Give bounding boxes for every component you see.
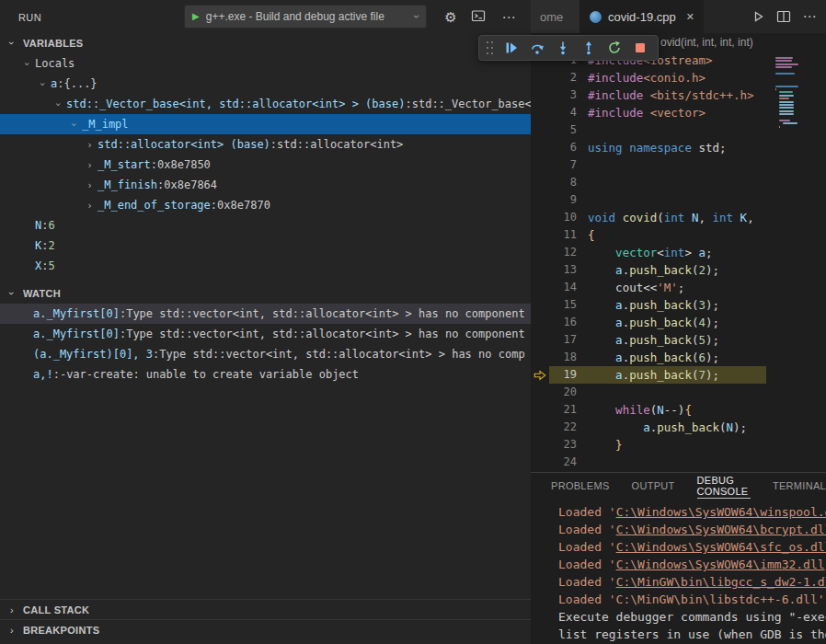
glyph-margin[interactable] bbox=[531, 156, 549, 174]
panel-tab-terminal[interactable]: TERMINAL bbox=[773, 473, 826, 499]
console-file-link[interactable]: C:\Windows\SysWOW64\imm32.dll bbox=[616, 558, 825, 571]
glyph-margin[interactable] bbox=[531, 436, 549, 454]
tab-covid-19-cpp[interactable]: covid-19.cpp ✕ bbox=[580, 0, 704, 33]
continue-button[interactable] bbox=[499, 37, 524, 59]
code-line[interactable]: 6using namespace std; bbox=[531, 139, 766, 156]
glyph-margin[interactable] bbox=[531, 331, 549, 349]
watch-row[interactable]: a,!: -var-create: unable to create varia… bbox=[0, 364, 531, 385]
section-header-breakpoints[interactable]: › BREAKPOINTS bbox=[0, 619, 531, 639]
section-header-watch[interactable]: › WATCH bbox=[0, 283, 531, 304]
separator: : bbox=[41, 219, 48, 232]
watch-row[interactable]: a._Myfirst[0]: Type std::vector<int, std… bbox=[0, 304, 531, 324]
console-file-link[interactable]: C:\Windows\SysWOW64\sfc_os.dll bbox=[616, 540, 826, 554]
code-line[interactable]: 8 bbox=[531, 174, 766, 191]
glyph-margin[interactable] bbox=[531, 384, 549, 401]
variable-row[interactable]: ›_M_end_of_storage: 0x8e7870 bbox=[0, 195, 531, 215]
settings-gear-button[interactable]: ⚙ bbox=[442, 8, 460, 27]
glyph-margin[interactable] bbox=[531, 174, 549, 191]
glyph-margin[interactable] bbox=[531, 226, 549, 244]
glyph-margin[interactable] bbox=[531, 191, 549, 209]
panel-tab-problems[interactable]: PROBLEMS bbox=[551, 473, 610, 499]
code-line[interactable]: 9 bbox=[531, 191, 766, 209]
code-line[interactable]: 4#include <vector> bbox=[531, 104, 766, 121]
glyph-margin[interactable] bbox=[531, 209, 549, 226]
glyph-margin[interactable] bbox=[531, 244, 549, 261]
code-line[interactable]: 19 a.push_back(7); bbox=[531, 366, 766, 384]
variable-row[interactable]: ›a: {...} bbox=[0, 74, 531, 94]
glyph-margin[interactable] bbox=[531, 261, 549, 279]
debug-config-dropdown[interactable]: ▶ g++.exe - Build and debug active file … bbox=[184, 5, 427, 29]
toolbar-drag-handle[interactable] bbox=[485, 40, 496, 56]
variable-row[interactable]: ›_M_start: 0x8e7850 bbox=[0, 155, 531, 175]
variable-row[interactable]: ›std::allocator<int> (base): std::alloca… bbox=[0, 134, 531, 155]
variable-row[interactable]: ›Locals bbox=[0, 53, 531, 74]
minimap-line bbox=[779, 95, 794, 97]
variable-row[interactable]: X: 5 bbox=[0, 256, 531, 276]
step-over-button[interactable] bbox=[524, 37, 550, 59]
restart-button[interactable] bbox=[602, 37, 627, 59]
tab-close-button[interactable]: ✕ bbox=[686, 11, 694, 23]
panel-tab-output[interactable]: OUTPUT bbox=[632, 473, 675, 499]
code-line[interactable]: 21 while(N--){ bbox=[531, 401, 766, 419]
glyph-margin[interactable] bbox=[531, 349, 549, 366]
code-line[interactable]: 16 a.push_back(4); bbox=[531, 314, 766, 331]
console-file-link[interactable]: C:\MinGW\bin\libgcc_s_dw2-1.dl bbox=[616, 575, 826, 589]
glyph-margin[interactable] bbox=[531, 104, 549, 121]
variable-row[interactable]: N: 6 bbox=[0, 215, 531, 236]
console-file-link[interactable]: C:\Windows\SysWOW64\winspool.d bbox=[616, 505, 826, 519]
breadcrumb-symbol[interactable]: ovid(int, int, int, int) bbox=[660, 36, 753, 49]
debug-console-output[interactable]: Loaded 'C:\Windows\SysWOW64\winspool.dLo… bbox=[531, 499, 826, 643]
glyph-margin[interactable] bbox=[531, 296, 549, 314]
code-line[interactable]: 2#include<conio.h> bbox=[531, 69, 766, 86]
code-line[interactable]: 14 cout<<'M'; bbox=[531, 279, 766, 296]
console-file-link[interactable]: C:\Windows\SysWOW64\bcrypt.dll bbox=[616, 523, 826, 536]
code-line[interactable]: 15 a.push_back(3); bbox=[531, 296, 766, 314]
editor-more-actions-button[interactable]: ⋯ bbox=[798, 6, 820, 28]
glyph-margin[interactable] bbox=[531, 401, 549, 419]
variable-row[interactable]: K: 2 bbox=[0, 236, 531, 256]
code-line[interactable]: 22 a.push_back(N); bbox=[531, 419, 766, 436]
glyph-margin[interactable] bbox=[531, 86, 549, 104]
run-or-debug-button[interactable] bbox=[747, 6, 769, 28]
glyph-margin[interactable] bbox=[531, 139, 549, 156]
code-text: } bbox=[577, 436, 623, 454]
code-line[interactable]: 13 a.push_back(2); bbox=[531, 261, 766, 279]
code-line[interactable]: 11{ bbox=[531, 226, 766, 244]
watch-row[interactable]: (a._Myfirst)[0], 3: Type std::vector<int… bbox=[0, 344, 531, 364]
views-more-actions-button[interactable]: ⋯ bbox=[499, 8, 518, 27]
code-line[interactable]: 12 vector<int> a; bbox=[531, 244, 766, 261]
minimap[interactable] bbox=[766, 52, 826, 472]
glyph-margin[interactable] bbox=[531, 279, 549, 296]
code-line[interactable]: 17 a.push_back(5); bbox=[531, 331, 766, 349]
variable-row[interactable]: ›std::_Vector_base<int, std::allocator<i… bbox=[0, 94, 531, 114]
split-editor-button[interactable] bbox=[773, 6, 795, 28]
code-line[interactable]: 3#include <bits/stdc++.h> bbox=[531, 86, 766, 104]
glyph-margin[interactable] bbox=[531, 314, 549, 331]
variable-row[interactable]: ›_M_impl bbox=[0, 114, 531, 134]
stop-button[interactable] bbox=[627, 37, 653, 59]
code-line[interactable]: 5 bbox=[531, 121, 766, 139]
current-statement-arrow-icon[interactable] bbox=[531, 366, 549, 384]
variable-row[interactable]: ›_M_finish: 0x8e7864 bbox=[0, 175, 531, 195]
code-line[interactable]: 24 bbox=[531, 454, 766, 471]
code-line[interactable]: 10void covid(int N, int K, bbox=[531, 209, 766, 226]
tab-partial[interactable]: ome bbox=[531, 0, 580, 33]
section-header-variables[interactable]: › VARIABLES bbox=[0, 33, 531, 53]
code-line[interactable]: 7 bbox=[531, 156, 766, 174]
code-line[interactable]: 23 } bbox=[531, 436, 766, 454]
glyph-margin[interactable] bbox=[531, 69, 549, 86]
section-header-call-stack[interactable]: › CALL STACK bbox=[0, 599, 531, 619]
code-line[interactable]: 20 bbox=[531, 384, 766, 401]
code-line[interactable]: 18 a.push_back(6); bbox=[531, 349, 766, 366]
code-editor[interactable]: 1#include<iostream>2#include<conio.h>3#i… bbox=[531, 52, 766, 472]
panel-tab-debug-console[interactable]: DEBUG CONSOLE bbox=[697, 473, 751, 499]
glyph-margin[interactable] bbox=[531, 419, 549, 436]
glyph-margin[interactable] bbox=[531, 121, 549, 139]
step-into-button[interactable] bbox=[550, 37, 576, 59]
more-icon: ⋯ bbox=[803, 8, 817, 25]
watch-row[interactable]: a._Myfirst[0]: Type std::vector<int, std… bbox=[0, 324, 531, 344]
glyph-margin[interactable] bbox=[531, 454, 549, 471]
variable-value: std::_Vector_base<in bbox=[412, 98, 531, 110]
debug-console-button[interactable] bbox=[469, 8, 488, 27]
step-out-button[interactable] bbox=[576, 37, 602, 59]
